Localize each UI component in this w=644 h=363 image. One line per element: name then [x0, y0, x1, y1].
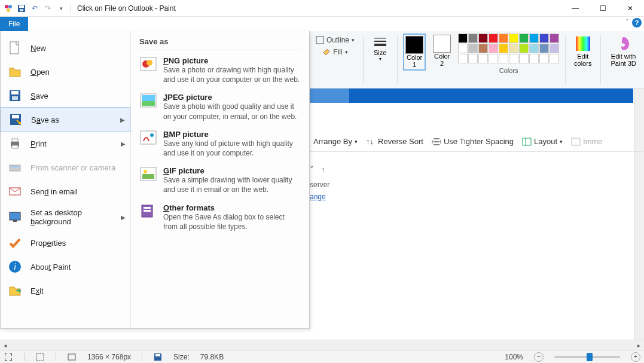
file-menu-send-in-email[interactable]: Send in email	[1, 179, 130, 203]
color-swatch[interactable]	[499, 54, 508, 63]
immersive-button[interactable]: Imme	[571, 137, 603, 147]
sort-up-icon[interactable]: ↑	[321, 165, 325, 174]
svg-rect-26	[10, 212, 20, 220]
sort-down-icon[interactable]: ˅	[310, 165, 314, 174]
zoom-in-button[interactable]: +	[631, 352, 640, 362]
svg-point-2	[7, 8, 10, 12]
scroll-right-arrow[interactable]: ▸	[634, 340, 644, 350]
svg-rect-10	[576, 36, 590, 51]
edit-colors-button[interactable]: Edit colors	[572, 33, 594, 68]
save-as-other-formats[interactable]: Other formatsOpen the Save As dialog box…	[139, 203, 301, 231]
save-option-title: GIF picture	[163, 166, 301, 175]
svg-point-37	[150, 133, 154, 137]
color-swatch[interactable]	[509, 33, 518, 43]
color-swatch[interactable]	[478, 54, 488, 63]
file-tab[interactable]: File	[0, 17, 28, 31]
color-swatch[interactable]	[489, 54, 498, 63]
file-menu-print[interactable]: Print▶	[1, 132, 130, 155]
svg-rect-23	[10, 165, 20, 171]
color-swatch[interactable]	[519, 44, 529, 53]
save-as-bmp-picture[interactable]: BMP pictureSave any kind of picture with…	[139, 130, 301, 158]
color-swatch[interactable]	[550, 44, 559, 53]
color-swatch[interactable]	[489, 33, 498, 43]
change-link[interactable]: ange	[310, 193, 329, 201]
save-as-jpeg-picture[interactable]: JPEG pictureSave a photo with good quali…	[139, 93, 301, 121]
sort-arrows-icon: ↑↓	[366, 137, 376, 147]
color-swatch[interactable]	[478, 33, 488, 43]
color-swatch[interactable]	[509, 54, 518, 63]
color-swatch[interactable]	[468, 54, 478, 63]
format-icon	[139, 130, 157, 145]
color-palette[interactable]	[458, 33, 559, 63]
zoom-slider[interactable]	[554, 356, 620, 358]
layout-dropdown[interactable]: Layout▾	[522, 137, 563, 147]
file-menu-save-as[interactable]: Save as▶	[1, 107, 130, 132]
arrange-by-dropdown[interactable]: Arrange By▾	[313, 137, 358, 146]
color-swatch[interactable]	[519, 33, 529, 43]
color-swatch[interactable]	[529, 33, 539, 43]
qat-undo-icon[interactable]: ↶	[29, 2, 41, 14]
file-menu-save[interactable]: Save	[1, 84, 130, 108]
color-swatch[interactable]	[468, 33, 478, 43]
close-button[interactable]: ✕	[616, 0, 644, 17]
zoom-out-button[interactable]: −	[534, 352, 544, 362]
color-swatch[interactable]	[499, 44, 508, 53]
vertical-scrollbar[interactable]	[634, 89, 644, 340]
color-swatch[interactable]	[539, 44, 549, 53]
info-icon: i	[7, 260, 23, 274]
svg-rect-4	[19, 5, 24, 8]
color-swatch[interactable]	[550, 33, 559, 43]
color-swatch[interactable]	[489, 44, 498, 53]
color-swatch[interactable]	[529, 54, 539, 63]
outline-dropdown[interactable]: Outline ▾	[313, 35, 357, 45]
save-as-png-picture[interactable]: PNG pictureSave a photo or drawing with …	[139, 56, 301, 84]
color-swatch[interactable]	[529, 44, 539, 53]
qat-save-icon[interactable]	[16, 2, 28, 14]
color-swatch[interactable]	[478, 44, 488, 53]
color-swatch[interactable]	[458, 54, 468, 63]
spacing-icon	[432, 137, 441, 147]
maximize-button[interactable]: ☐	[589, 0, 616, 17]
color-2-button[interactable]: Color 2	[431, 33, 453, 68]
file-menu-open[interactable]: Open	[1, 60, 130, 84]
color-swatch[interactable]	[519, 54, 529, 63]
reverse-sort-button[interactable]: ↑↓ Reverse Sort	[366, 137, 423, 147]
svg-rect-17	[12, 96, 18, 100]
canvas-dimensions-icon	[67, 352, 77, 362]
size-dropdown[interactable]: Size ▾	[370, 33, 391, 63]
qat-customize-icon[interactable]: ▾	[55, 2, 67, 14]
color-1-button[interactable]: Color 1	[403, 33, 426, 71]
file-menu-item-label: Save	[30, 91, 48, 100]
svg-rect-21	[12, 139, 18, 142]
svg-rect-24	[11, 166, 19, 167]
save-option-desc: Open the Save As dialog box to select fr…	[163, 212, 301, 231]
color-swatch[interactable]	[539, 33, 549, 43]
file-size-value: 79.8KB	[200, 353, 224, 361]
file-menu-from-scanner-or-camera: From scanner or camera	[1, 155, 130, 179]
color-swatch[interactable]	[509, 44, 518, 53]
color-swatch[interactable]	[550, 54, 559, 63]
save-option-desc: Save a simple drawing with lower quality…	[163, 175, 301, 194]
file-menu-new[interactable]: New	[1, 36, 130, 60]
color-swatch[interactable]	[458, 44, 468, 53]
color-swatch[interactable]	[458, 33, 468, 43]
minimize-button[interactable]: ―	[561, 0, 589, 17]
horizontal-scrollbar[interactable]: ◂ ▸	[0, 340, 644, 350]
save-option-title: BMP picture	[163, 130, 301, 139]
file-menu-exit[interactable]: Exit	[1, 279, 130, 303]
save-as-gif-picture[interactable]: GIF pictureSave a simple drawing with lo…	[139, 166, 301, 194]
tighter-spacing-button[interactable]: Use Tighter Spacing	[432, 137, 514, 147]
help-icon[interactable]: ?	[632, 18, 642, 28]
file-menu-properties[interactable]: Properties	[1, 231, 130, 255]
scroll-left-arrow[interactable]: ◂	[0, 340, 10, 350]
color-swatch[interactable]	[468, 44, 478, 53]
qat-redo-icon[interactable]: ↷	[42, 2, 54, 14]
fill-dropdown[interactable]: Fill ▾	[313, 47, 357, 57]
file-menu-item-label: From scanner or camera	[30, 163, 115, 172]
ribbon-collapse-icon[interactable]: ˆ	[626, 19, 628, 27]
file-menu-about-paint[interactable]: iAbout Paint	[1, 255, 130, 279]
file-menu-set-as-desktop-background[interactable]: Set as desktop background▶	[1, 203, 130, 231]
edit-with-paint-3d-button[interactable]: Edit with Paint 3D	[606, 33, 640, 68]
color-swatch[interactable]	[539, 54, 549, 63]
color-swatch[interactable]	[499, 33, 508, 43]
